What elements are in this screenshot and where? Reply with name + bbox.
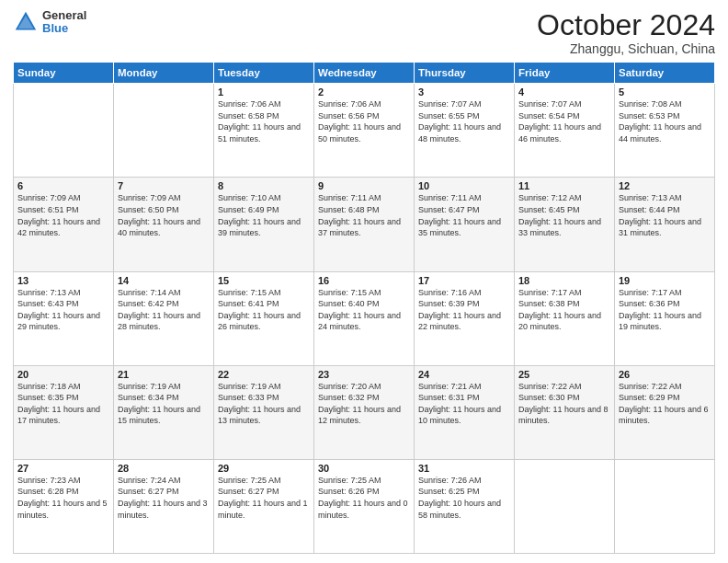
calendar-cell: 2Sunrise: 7:06 AM Sunset: 6:56 PM Daylig…	[314, 84, 415, 178]
day-info: Sunrise: 7:17 AM Sunset: 6:36 PM Dayligh…	[619, 287, 711, 333]
calendar-cell: 11Sunrise: 7:12 AM Sunset: 6:45 PM Dayli…	[515, 178, 615, 271]
calendar-day-header: Sunday	[14, 63, 114, 84]
day-number: 8	[218, 180, 310, 191]
day-number: 28	[118, 463, 210, 474]
day-number: 17	[418, 275, 510, 286]
calendar-cell	[114, 84, 214, 178]
day-number: 9	[318, 180, 410, 191]
day-number: 26	[619, 369, 711, 380]
calendar-cell	[615, 459, 715, 553]
calendar-cell: 12Sunrise: 7:13 AM Sunset: 6:44 PM Dayli…	[615, 178, 715, 271]
day-number: 12	[619, 180, 711, 191]
calendar-cell: 6Sunrise: 7:09 AM Sunset: 6:51 PM Daylig…	[14, 178, 114, 271]
calendar-week-row: 6Sunrise: 7:09 AM Sunset: 6:51 PM Daylig…	[14, 178, 715, 271]
day-number: 11	[518, 180, 610, 191]
day-info: Sunrise: 7:21 AM Sunset: 6:31 PM Dayligh…	[418, 381, 510, 427]
calendar-cell: 24Sunrise: 7:21 AM Sunset: 6:31 PM Dayli…	[415, 365, 515, 459]
calendar-cell: 19Sunrise: 7:17 AM Sunset: 6:36 PM Dayli…	[615, 271, 715, 365]
calendar-cell: 27Sunrise: 7:23 AM Sunset: 6:28 PM Dayli…	[14, 459, 114, 553]
day-info: Sunrise: 7:06 AM Sunset: 6:58 PM Dayligh…	[218, 98, 310, 144]
calendar-cell: 21Sunrise: 7:19 AM Sunset: 6:34 PM Dayli…	[114, 365, 214, 459]
day-number: 25	[518, 369, 610, 380]
day-info: Sunrise: 7:07 AM Sunset: 6:54 PM Dayligh…	[518, 98, 610, 144]
day-info: Sunrise: 7:10 AM Sunset: 6:49 PM Dayligh…	[218, 192, 310, 238]
day-number: 2	[318, 86, 410, 98]
calendar-cell	[14, 84, 114, 178]
day-info: Sunrise: 7:20 AM Sunset: 6:32 PM Dayligh…	[318, 381, 410, 427]
day-info: Sunrise: 7:19 AM Sunset: 6:34 PM Dayligh…	[118, 381, 210, 427]
day-info: Sunrise: 7:25 AM Sunset: 6:26 PM Dayligh…	[318, 475, 410, 521]
day-number: 3	[418, 86, 510, 98]
day-info: Sunrise: 7:13 AM Sunset: 6:44 PM Dayligh…	[619, 192, 711, 238]
month-title: October 2024	[537, 9, 715, 41]
day-info: Sunrise: 7:19 AM Sunset: 6:33 PM Dayligh…	[218, 381, 310, 427]
calendar-cell: 15Sunrise: 7:15 AM Sunset: 6:41 PM Dayli…	[214, 271, 314, 365]
day-info: Sunrise: 7:15 AM Sunset: 6:41 PM Dayligh…	[218, 287, 310, 333]
calendar-header-row: SundayMondayTuesdayWednesdayThursdayFrid…	[14, 63, 715, 84]
day-info: Sunrise: 7:08 AM Sunset: 6:53 PM Dayligh…	[619, 98, 711, 144]
title-block: October 2024 Zhanggu, Sichuan, China	[537, 9, 715, 56]
day-info: Sunrise: 7:17 AM Sunset: 6:38 PM Dayligh…	[518, 287, 610, 333]
day-info: Sunrise: 7:11 AM Sunset: 6:47 PM Dayligh…	[418, 192, 510, 238]
day-number: 24	[418, 369, 510, 380]
calendar-cell: 8Sunrise: 7:10 AM Sunset: 6:49 PM Daylig…	[214, 178, 314, 271]
calendar-day-header: Thursday	[415, 63, 515, 84]
day-info: Sunrise: 7:09 AM Sunset: 6:51 PM Dayligh…	[17, 192, 109, 238]
logo-icon	[13, 9, 39, 35]
day-number: 10	[418, 180, 510, 191]
calendar-day-header: Saturday	[615, 63, 715, 84]
calendar-cell: 23Sunrise: 7:20 AM Sunset: 6:32 PM Dayli…	[314, 365, 415, 459]
calendar-cell: 5Sunrise: 7:08 AM Sunset: 6:53 PM Daylig…	[615, 84, 715, 178]
day-number: 6	[17, 180, 109, 191]
calendar-cell: 16Sunrise: 7:15 AM Sunset: 6:40 PM Dayli…	[314, 271, 415, 365]
day-number: 16	[318, 275, 410, 286]
day-info: Sunrise: 7:22 AM Sunset: 6:30 PM Dayligh…	[518, 381, 610, 427]
logo-text: General Blue	[42, 9, 86, 36]
day-info: Sunrise: 7:07 AM Sunset: 6:55 PM Dayligh…	[418, 98, 510, 144]
day-number: 1	[218, 86, 310, 98]
day-info: Sunrise: 7:18 AM Sunset: 6:35 PM Dayligh…	[17, 381, 109, 427]
calendar-cell: 30Sunrise: 7:25 AM Sunset: 6:26 PM Dayli…	[314, 459, 415, 553]
day-number: 31	[418, 463, 510, 474]
calendar-cell: 31Sunrise: 7:26 AM Sunset: 6:25 PM Dayli…	[415, 459, 515, 553]
calendar-cell: 4Sunrise: 7:07 AM Sunset: 6:54 PM Daylig…	[515, 84, 615, 178]
day-number: 27	[17, 463, 109, 474]
day-info: Sunrise: 7:11 AM Sunset: 6:48 PM Dayligh…	[318, 192, 410, 238]
day-number: 19	[619, 275, 711, 286]
day-number: 13	[17, 275, 109, 286]
calendar-week-row: 13Sunrise: 7:13 AM Sunset: 6:43 PM Dayli…	[14, 271, 715, 365]
calendar-cell: 13Sunrise: 7:13 AM Sunset: 6:43 PM Dayli…	[14, 271, 114, 365]
day-info: Sunrise: 7:22 AM Sunset: 6:29 PM Dayligh…	[619, 381, 711, 427]
calendar-cell: 10Sunrise: 7:11 AM Sunset: 6:47 PM Dayli…	[415, 178, 515, 271]
calendar-cell: 29Sunrise: 7:25 AM Sunset: 6:27 PM Dayli…	[214, 459, 314, 553]
calendar-cell: 1Sunrise: 7:06 AM Sunset: 6:58 PM Daylig…	[214, 84, 314, 178]
day-info: Sunrise: 7:13 AM Sunset: 6:43 PM Dayligh…	[17, 287, 109, 333]
page: General Blue October 2024 Zhanggu, Sichu…	[0, 0, 728, 563]
calendar-day-header: Friday	[515, 63, 615, 84]
day-number: 5	[619, 86, 711, 98]
day-info: Sunrise: 7:25 AM Sunset: 6:27 PM Dayligh…	[218, 475, 310, 521]
calendar-day-header: Tuesday	[214, 63, 314, 84]
day-info: Sunrise: 7:23 AM Sunset: 6:28 PM Dayligh…	[17, 475, 109, 521]
calendar-week-row: 27Sunrise: 7:23 AM Sunset: 6:28 PM Dayli…	[14, 459, 715, 553]
day-number: 22	[218, 369, 310, 380]
day-number: 21	[118, 369, 210, 380]
calendar-week-row: 20Sunrise: 7:18 AM Sunset: 6:35 PM Dayli…	[14, 365, 715, 459]
logo: General Blue	[13, 9, 86, 36]
location: Zhanggu, Sichuan, China	[537, 41, 715, 56]
day-info: Sunrise: 7:26 AM Sunset: 6:25 PM Dayligh…	[418, 475, 510, 521]
calendar-cell: 22Sunrise: 7:19 AM Sunset: 6:33 PM Dayli…	[214, 365, 314, 459]
day-number: 15	[218, 275, 310, 286]
day-number: 18	[518, 275, 610, 286]
day-info: Sunrise: 7:15 AM Sunset: 6:40 PM Dayligh…	[318, 287, 410, 333]
day-info: Sunrise: 7:09 AM Sunset: 6:50 PM Dayligh…	[118, 192, 210, 238]
calendar-cell: 18Sunrise: 7:17 AM Sunset: 6:38 PM Dayli…	[515, 271, 615, 365]
header: General Blue October 2024 Zhanggu, Sichu…	[13, 9, 715, 56]
day-info: Sunrise: 7:12 AM Sunset: 6:45 PM Dayligh…	[518, 192, 610, 238]
day-number: 23	[318, 369, 410, 380]
calendar-cell: 26Sunrise: 7:22 AM Sunset: 6:29 PM Dayli…	[615, 365, 715, 459]
calendar-cell: 3Sunrise: 7:07 AM Sunset: 6:55 PM Daylig…	[415, 84, 515, 178]
calendar-week-row: 1Sunrise: 7:06 AM Sunset: 6:58 PM Daylig…	[14, 84, 715, 178]
day-number: 14	[118, 275, 210, 286]
day-number: 4	[518, 86, 610, 98]
